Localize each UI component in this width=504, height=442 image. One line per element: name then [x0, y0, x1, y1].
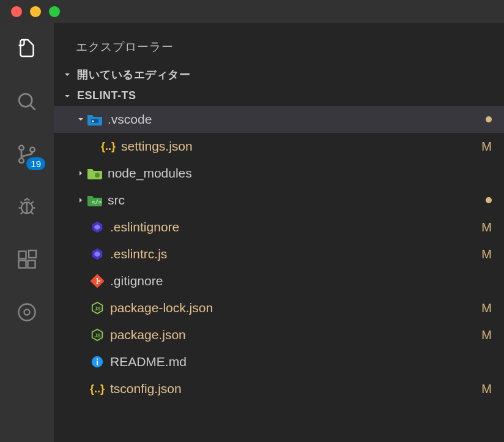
- source-control-activity[interactable]: 19: [15, 142, 39, 167]
- folder-vscode-icon: [87, 111, 103, 127]
- eslint-icon: [89, 219, 105, 235]
- tree-folder-node-modules[interactable]: node_modules: [54, 160, 504, 187]
- tree-file-settings-json[interactable]: {..} settings.json M: [54, 133, 504, 160]
- workspace-label: ESLINT-TS: [77, 89, 136, 102]
- tree-file-readme[interactable]: README.md: [54, 348, 504, 375]
- svg-rect-19: [91, 119, 98, 123]
- tree-item-label: .gitignore: [110, 274, 492, 288]
- git-status-modified: M: [478, 328, 492, 342]
- tree-item-label: .vscode: [108, 112, 486, 127]
- search-icon: [16, 91, 38, 113]
- svg-rect-14: [19, 261, 26, 268]
- tree-item-label: src: [108, 193, 486, 208]
- tree-file-tsconfig[interactable]: {..} tsconfig.json M: [54, 375, 504, 402]
- json-icon: {..}: [100, 138, 116, 154]
- svg-point-17: [19, 304, 35, 321]
- svg-line-11: [21, 212, 24, 215]
- git-icon: [89, 273, 105, 289]
- svg-point-20: [95, 173, 100, 178]
- git-status-modified: M: [478, 247, 492, 261]
- tree-file-gitignore[interactable]: .gitignore: [54, 268, 504, 294]
- titlebar: [0, 0, 504, 23]
- tree-item-label: .eslintignore: [110, 220, 478, 234]
- workspace-header[interactable]: ESLINT-TS: [54, 86, 504, 106]
- git-status-modified: M: [478, 220, 492, 234]
- svg-rect-37: [97, 361, 98, 365]
- tree-item-label: README.md: [110, 354, 492, 369]
- git-status-modified: M: [478, 382, 492, 396]
- debug-activity[interactable]: [15, 195, 39, 219]
- svg-point-4: [30, 148, 35, 152]
- body-area: 19: [0, 23, 504, 442]
- source-control-badge: 19: [26, 157, 45, 170]
- nodejs-icon: JS: [89, 327, 105, 343]
- svg-point-2: [19, 146, 24, 151]
- eslint-icon: [89, 246, 105, 262]
- remote-activity[interactable]: [15, 300, 39, 324]
- tree-item-label: node_modules: [108, 166, 492, 181]
- chevron-down-icon: [75, 114, 87, 124]
- svg-line-9: [21, 201, 24, 204]
- svg-text:JS: JS: [94, 306, 101, 312]
- tree-file-eslintrc[interactable]: .eslintrc.js M: [54, 241, 504, 268]
- svg-rect-13: [19, 252, 26, 259]
- open-editors-header[interactable]: 開いているエディター: [54, 64, 504, 86]
- svg-rect-15: [28, 261, 35, 268]
- chevron-down-icon: [62, 91, 73, 101]
- git-status-modified: M: [478, 301, 492, 315]
- svg-point-3: [19, 159, 24, 163]
- svg-text:</>: </>: [92, 199, 102, 205]
- folder-src-icon: </>: [87, 192, 103, 208]
- close-window-button[interactable]: [11, 6, 22, 17]
- git-status-modified: M: [478, 140, 492, 154]
- svg-line-10: [31, 201, 34, 204]
- remote-icon: [16, 301, 38, 323]
- minimize-window-button[interactable]: [30, 6, 41, 17]
- sidebar-title: エクスプローラー: [54, 34, 504, 64]
- files-icon: [16, 38, 38, 60]
- folder-node-modules-icon: [87, 165, 103, 181]
- tree-file-package-json[interactable]: JS package.json M: [54, 321, 504, 348]
- explorer-sidebar: エクスプローラー 開いているエディター ESLINT-TS: [54, 23, 504, 442]
- chevron-down-icon: [62, 70, 73, 80]
- vscode-window: 19: [0, 0, 504, 442]
- explorer-activity[interactable]: [15, 37, 39, 61]
- git-status-dot: [486, 197, 492, 203]
- git-status-dot: [486, 116, 492, 122]
- maximize-window-button[interactable]: [49, 6, 60, 17]
- svg-line-12: [31, 212, 34, 215]
- activity-bar: 19: [0, 23, 54, 442]
- svg-rect-16: [29, 250, 36, 258]
- search-activity[interactable]: [15, 89, 39, 114]
- chevron-right-icon: [75, 195, 87, 205]
- svg-line-1: [31, 105, 35, 110]
- tree-file-package-lock[interactable]: JS package-lock.json M: [54, 294, 504, 321]
- extensions-icon: [16, 249, 38, 271]
- tree-item-label: settings.json: [121, 139, 478, 154]
- svg-text:JS: JS: [94, 333, 101, 339]
- tree-item-label: package-lock.json: [110, 301, 478, 315]
- svg-point-0: [19, 94, 32, 107]
- chevron-right-icon: [75, 168, 87, 178]
- svg-point-18: [24, 310, 30, 315]
- tree-item-label: tsconfig.json: [110, 381, 478, 396]
- nodejs-icon: JS: [89, 300, 105, 316]
- extensions-activity[interactable]: [15, 247, 39, 272]
- tree-item-label: .eslintrc.js: [110, 247, 478, 261]
- tree-folder-vscode[interactable]: .vscode: [54, 106, 504, 133]
- open-editors-label: 開いているエディター: [77, 67, 190, 82]
- tree-folder-src[interactable]: </> src: [54, 187, 504, 214]
- bug-icon: [16, 196, 38, 218]
- json-icon: {..}: [89, 381, 105, 397]
- info-icon: [89, 354, 105, 370]
- tree-file-eslintignore[interactable]: .eslintignore M: [54, 214, 504, 241]
- file-tree: .vscode {..} settings.json M: [54, 106, 504, 442]
- svg-point-38: [97, 358, 98, 359]
- tree-item-label: package.json: [110, 328, 478, 342]
